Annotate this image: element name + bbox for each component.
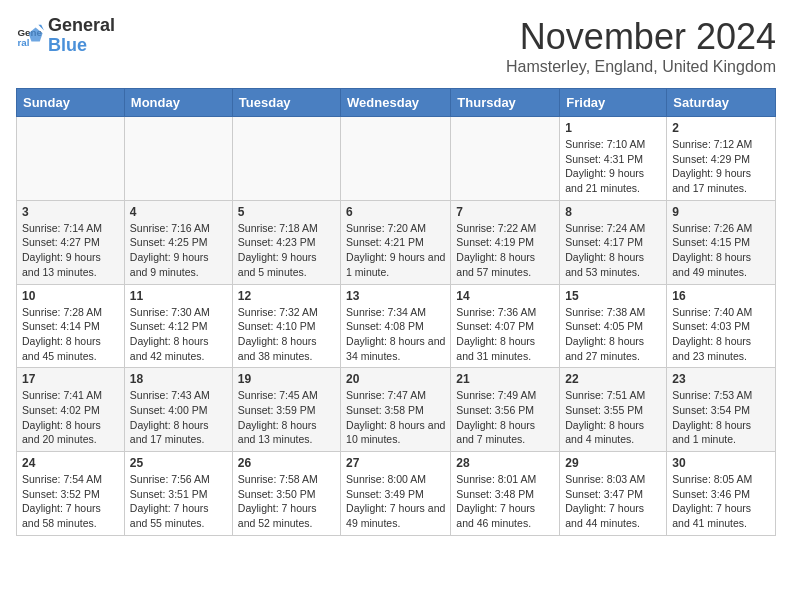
day-info: Sunrise: 8:00 AM Sunset: 3:49 PM Dayligh…: [346, 472, 445, 531]
day-number: 16: [672, 289, 770, 303]
table-row: 3Sunrise: 7:14 AM Sunset: 4:27 PM Daylig…: [17, 200, 125, 284]
day-info: Sunrise: 7:28 AM Sunset: 4:14 PM Dayligh…: [22, 305, 119, 364]
day-number: 23: [672, 372, 770, 386]
day-info: Sunrise: 7:26 AM Sunset: 4:15 PM Dayligh…: [672, 221, 770, 280]
day-number: 12: [238, 289, 335, 303]
day-info: Sunrise: 7:36 AM Sunset: 4:07 PM Dayligh…: [456, 305, 554, 364]
day-number: 13: [346, 289, 445, 303]
day-info: Sunrise: 8:05 AM Sunset: 3:46 PM Dayligh…: [672, 472, 770, 531]
day-info: Sunrise: 7:49 AM Sunset: 3:56 PM Dayligh…: [456, 388, 554, 447]
logo-icon: Gene ral: [16, 22, 44, 50]
day-info: Sunrise: 7:34 AM Sunset: 4:08 PM Dayligh…: [346, 305, 445, 364]
day-info: Sunrise: 7:54 AM Sunset: 3:52 PM Dayligh…: [22, 472, 119, 531]
day-info: Sunrise: 7:45 AM Sunset: 3:59 PM Dayligh…: [238, 388, 335, 447]
table-row: [451, 117, 560, 201]
day-number: 19: [238, 372, 335, 386]
calendar: Sunday Monday Tuesday Wednesday Thursday…: [16, 88, 776, 536]
day-number: 25: [130, 456, 227, 470]
table-row: 15Sunrise: 7:38 AM Sunset: 4:05 PM Dayli…: [560, 284, 667, 368]
calendar-week-row: 1Sunrise: 7:10 AM Sunset: 4:31 PM Daylig…: [17, 117, 776, 201]
day-number: 20: [346, 372, 445, 386]
table-row: [124, 117, 232, 201]
table-row: 2Sunrise: 7:12 AM Sunset: 4:29 PM Daylig…: [667, 117, 776, 201]
table-row: 26Sunrise: 7:58 AM Sunset: 3:50 PM Dayli…: [232, 452, 340, 536]
day-number: 24: [22, 456, 119, 470]
day-number: 14: [456, 289, 554, 303]
table-row: 30Sunrise: 8:05 AM Sunset: 3:46 PM Dayli…: [667, 452, 776, 536]
day-number: 15: [565, 289, 661, 303]
calendar-week-row: 10Sunrise: 7:28 AM Sunset: 4:14 PM Dayli…: [17, 284, 776, 368]
day-number: 10: [22, 289, 119, 303]
day-info: Sunrise: 7:51 AM Sunset: 3:55 PM Dayligh…: [565, 388, 661, 447]
table-row: 14Sunrise: 7:36 AM Sunset: 4:07 PM Dayli…: [451, 284, 560, 368]
table-row: [341, 117, 451, 201]
day-info: Sunrise: 7:41 AM Sunset: 4:02 PM Dayligh…: [22, 388, 119, 447]
day-info: Sunrise: 7:10 AM Sunset: 4:31 PM Dayligh…: [565, 137, 661, 196]
day-number: 3: [22, 205, 119, 219]
month-title: November 2024: [506, 16, 776, 58]
day-info: Sunrise: 7:38 AM Sunset: 4:05 PM Dayligh…: [565, 305, 661, 364]
day-number: 28: [456, 456, 554, 470]
logo: Gene ral General Blue: [16, 16, 115, 56]
table-row: 13Sunrise: 7:34 AM Sunset: 4:08 PM Dayli…: [341, 284, 451, 368]
day-info: Sunrise: 7:12 AM Sunset: 4:29 PM Dayligh…: [672, 137, 770, 196]
table-row: [17, 117, 125, 201]
table-row: 9Sunrise: 7:26 AM Sunset: 4:15 PM Daylig…: [667, 200, 776, 284]
col-wednesday: Wednesday: [341, 89, 451, 117]
table-row: 10Sunrise: 7:28 AM Sunset: 4:14 PM Dayli…: [17, 284, 125, 368]
day-number: 18: [130, 372, 227, 386]
table-row: 4Sunrise: 7:16 AM Sunset: 4:25 PM Daylig…: [124, 200, 232, 284]
day-info: Sunrise: 7:53 AM Sunset: 3:54 PM Dayligh…: [672, 388, 770, 447]
logo-blue: Blue: [48, 35, 87, 55]
table-row: 25Sunrise: 7:56 AM Sunset: 3:51 PM Dayli…: [124, 452, 232, 536]
table-row: 1Sunrise: 7:10 AM Sunset: 4:31 PM Daylig…: [560, 117, 667, 201]
svg-text:ral: ral: [17, 37, 29, 48]
table-row: 11Sunrise: 7:30 AM Sunset: 4:12 PM Dayli…: [124, 284, 232, 368]
day-number: 17: [22, 372, 119, 386]
day-number: 29: [565, 456, 661, 470]
day-number: 6: [346, 205, 445, 219]
day-info: Sunrise: 7:47 AM Sunset: 3:58 PM Dayligh…: [346, 388, 445, 447]
day-number: 2: [672, 121, 770, 135]
table-row: 19Sunrise: 7:45 AM Sunset: 3:59 PM Dayli…: [232, 368, 340, 452]
day-info: Sunrise: 7:30 AM Sunset: 4:12 PM Dayligh…: [130, 305, 227, 364]
day-number: 26: [238, 456, 335, 470]
col-thursday: Thursday: [451, 89, 560, 117]
day-number: 7: [456, 205, 554, 219]
day-number: 8: [565, 205, 661, 219]
day-number: 9: [672, 205, 770, 219]
day-info: Sunrise: 7:40 AM Sunset: 4:03 PM Dayligh…: [672, 305, 770, 364]
day-info: Sunrise: 7:24 AM Sunset: 4:17 PM Dayligh…: [565, 221, 661, 280]
day-number: 1: [565, 121, 661, 135]
table-row: 28Sunrise: 8:01 AM Sunset: 3:48 PM Dayli…: [451, 452, 560, 536]
calendar-week-row: 3Sunrise: 7:14 AM Sunset: 4:27 PM Daylig…: [17, 200, 776, 284]
col-sunday: Sunday: [17, 89, 125, 117]
table-row: 7Sunrise: 7:22 AM Sunset: 4:19 PM Daylig…: [451, 200, 560, 284]
day-number: 4: [130, 205, 227, 219]
day-info: Sunrise: 7:32 AM Sunset: 4:10 PM Dayligh…: [238, 305, 335, 364]
day-info: Sunrise: 7:18 AM Sunset: 4:23 PM Dayligh…: [238, 221, 335, 280]
table-row: 22Sunrise: 7:51 AM Sunset: 3:55 PM Dayli…: [560, 368, 667, 452]
day-info: Sunrise: 7:58 AM Sunset: 3:50 PM Dayligh…: [238, 472, 335, 531]
day-number: 27: [346, 456, 445, 470]
col-friday: Friday: [560, 89, 667, 117]
title-block: November 2024 Hamsterley, England, Unite…: [506, 16, 776, 76]
table-row: 12Sunrise: 7:32 AM Sunset: 4:10 PM Dayli…: [232, 284, 340, 368]
table-row: 8Sunrise: 7:24 AM Sunset: 4:17 PM Daylig…: [560, 200, 667, 284]
calendar-header-row: Sunday Monday Tuesday Wednesday Thursday…: [17, 89, 776, 117]
day-info: Sunrise: 7:22 AM Sunset: 4:19 PM Dayligh…: [456, 221, 554, 280]
table-row: 24Sunrise: 7:54 AM Sunset: 3:52 PM Dayli…: [17, 452, 125, 536]
table-row: 20Sunrise: 7:47 AM Sunset: 3:58 PM Dayli…: [341, 368, 451, 452]
logo-general: General: [48, 15, 115, 35]
calendar-week-row: 24Sunrise: 7:54 AM Sunset: 3:52 PM Dayli…: [17, 452, 776, 536]
location-title: Hamsterley, England, United Kingdom: [506, 58, 776, 76]
table-row: 6Sunrise: 7:20 AM Sunset: 4:21 PM Daylig…: [341, 200, 451, 284]
table-row: 18Sunrise: 7:43 AM Sunset: 4:00 PM Dayli…: [124, 368, 232, 452]
col-saturday: Saturday: [667, 89, 776, 117]
table-row: [232, 117, 340, 201]
table-row: 27Sunrise: 8:00 AM Sunset: 3:49 PM Dayli…: [341, 452, 451, 536]
day-info: Sunrise: 7:20 AM Sunset: 4:21 PM Dayligh…: [346, 221, 445, 280]
day-number: 30: [672, 456, 770, 470]
day-info: Sunrise: 7:56 AM Sunset: 3:51 PM Dayligh…: [130, 472, 227, 531]
day-number: 22: [565, 372, 661, 386]
